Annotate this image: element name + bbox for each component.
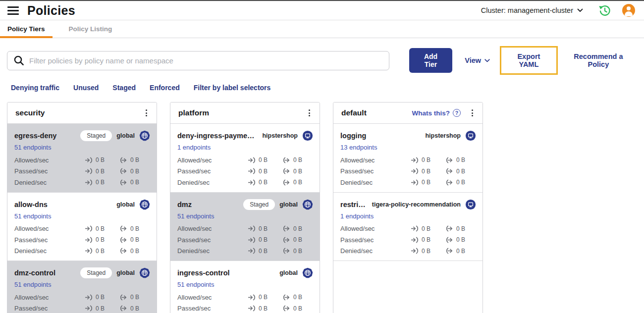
arrow-out-of-bracket-icon <box>282 294 291 301</box>
staged-badge: Staged <box>243 199 275 210</box>
policy-card[interactable]: dmz Staged global 51 endpoints Allowed/s… <box>170 193 320 261</box>
view-button-label: View <box>465 56 481 64</box>
metric-egress-value: 0 B <box>456 236 465 243</box>
policy-name: logging <box>340 132 421 140</box>
metrics: Allowed/sec 0 B 0 B Passed/sec <box>14 223 150 257</box>
metric-egress: 0 B <box>282 179 313 186</box>
metric-row: Allowed/sec 0 B 0 B <box>14 292 150 303</box>
metric-egress-value: 0 B <box>456 248 465 255</box>
metric-egress-value: 0 B <box>130 168 139 175</box>
kebab-menu-icon[interactable] <box>141 107 152 118</box>
arrow-into-bracket-icon <box>85 157 93 163</box>
metric-label: Denied/sec <box>14 179 85 186</box>
arrow-out-of-bracket-icon <box>119 157 128 163</box>
tier-name: security <box>15 108 141 117</box>
endpoints-link[interactable]: 51 endpoints <box>177 212 214 220</box>
endpoints-link[interactable]: 51 endpoints <box>177 281 214 288</box>
endpoints-link[interactable]: 13 endpoints <box>340 144 377 151</box>
metric-row: Allowed/sec 0 B 0 B <box>14 223 150 235</box>
policy-card[interactable]: restricted tigera-policy-recommendation … <box>333 193 483 261</box>
metric-label: Denied/sec <box>177 179 248 186</box>
metric-egress-value: 0 B <box>293 236 302 243</box>
policy-card[interactable]: egress-deny Staged global 51 endpoints A… <box>7 124 157 193</box>
metric-label: Allowed/sec <box>340 225 411 232</box>
filter-staged[interactable]: Staged <box>112 84 136 92</box>
metric-label: Passed/sec <box>177 236 248 244</box>
history-icon[interactable] <box>598 4 611 17</box>
metric-ingress-value: 0 B <box>422 156 430 163</box>
policy-card[interactable]: allow-dns global 51 endpoints Allowed/se… <box>7 193 157 261</box>
metric-row: Passed/sec 0 B 0 B <box>177 303 313 313</box>
metrics: Allowed/sec 0 B 0 B Passed/sec <box>340 155 476 188</box>
policy-scope: global <box>279 201 298 208</box>
filter-enforced[interactable]: Enforced <box>150 84 180 92</box>
endpoints-link[interactable]: 51 endpoints <box>14 144 51 151</box>
policy-card[interactable]: deny-ingress-paymentservi… hipstershop 1… <box>170 124 320 193</box>
metric-row: Passed/sec 0 B 0 B <box>177 234 313 246</box>
metric-label: Passed/sec <box>14 305 85 312</box>
kebab-menu-icon[interactable] <box>304 107 315 118</box>
staged-badge: Staged <box>80 267 112 278</box>
endpoints-link[interactable]: 1 endpoints <box>340 212 374 220</box>
tab-policy-listing[interactable]: Policy Listing <box>61 20 120 38</box>
metric-egress-value: 0 B <box>456 225 465 232</box>
filter-denying-traffic[interactable]: Denying traffic <box>11 84 59 92</box>
search-input[interactable] <box>29 56 383 65</box>
metric-ingress-value: 0 B <box>259 305 268 312</box>
policy-search <box>7 51 389 70</box>
metric-ingress-value: 0 B <box>96 236 105 243</box>
kebab-menu-icon[interactable] <box>467 107 478 118</box>
policy-scope: tigera-policy-recommendation <box>372 201 461 208</box>
metric-ingress: 0 B <box>248 156 282 163</box>
search-icon <box>13 55 25 66</box>
recommend-policy-button[interactable]: Recommend a Policy <box>564 52 633 68</box>
metric-row: Passed/sec 0 B 0 B <box>177 166 313 177</box>
metric-ingress: 0 B <box>411 179 445 186</box>
arrow-into-bracket-icon <box>248 248 256 254</box>
policy-scope: global <box>116 132 135 139</box>
menu-icon[interactable] <box>7 6 19 15</box>
globe-heptagon-icon <box>139 267 150 278</box>
metric-ingress-value: 0 B <box>96 179 105 186</box>
filter-label-selectors[interactable]: Filter by label selectors <box>194 84 271 92</box>
arrow-out-of-bracket-icon <box>119 248 128 254</box>
metric-ingress-value: 0 B <box>259 236 268 243</box>
arrow-into-bracket-icon <box>411 248 419 254</box>
arrow-into-bracket-icon <box>411 157 419 163</box>
export-yaml-button[interactable]: Export YAML <box>508 52 550 68</box>
add-tier-button[interactable]: Add Tier <box>409 48 453 73</box>
arrow-into-bracket-icon <box>248 305 256 312</box>
metric-row: Denied/sec 0 B 0 B <box>340 177 476 188</box>
cluster-selector[interactable]: Cluster: management-cluster <box>481 6 583 14</box>
policy-name: allow-dns <box>14 201 112 209</box>
chevron-down-icon <box>484 59 490 62</box>
tab-policy-tiers[interactable]: Policy Tiers <box>0 20 53 38</box>
globe-heptagon-icon <box>302 199 313 210</box>
metric-row: Denied/sec 0 B 0 B <box>340 246 476 257</box>
metric-ingress: 0 B <box>411 156 445 163</box>
endpoints-link[interactable]: 51 endpoints <box>14 212 51 220</box>
filter-unused[interactable]: Unused <box>73 84 99 92</box>
arrow-out-of-bracket-icon <box>119 305 128 312</box>
arrow-out-of-bracket-icon <box>445 225 454 232</box>
endpoints-link[interactable]: 51 endpoints <box>14 281 51 288</box>
tier-column: platform deny-ingress-paymentservi… hips… <box>170 102 320 313</box>
policy-card[interactable]: logging hipstershop 13 endpoints Allowed… <box>333 124 483 193</box>
metric-ingress-value: 0 B <box>259 294 268 301</box>
metric-ingress: 0 B <box>411 248 445 255</box>
view-button[interactable]: View <box>465 56 490 64</box>
policy-card[interactable]: dmz-control Staged global 51 endpoints A… <box>7 261 157 313</box>
metric-ingress-value: 0 B <box>259 156 268 163</box>
policy-card-top: allow-dns global <box>14 198 150 211</box>
metric-ingress: 0 B <box>411 225 445 232</box>
endpoints-link[interactable]: 1 endpoints <box>177 144 211 151</box>
metric-ingress-value: 0 B <box>422 248 430 255</box>
metric-egress-value: 0 B <box>293 168 302 175</box>
policy-card[interactable]: ingress-control global 51 endpoints Allo… <box>170 261 320 313</box>
arrow-out-of-bracket-icon <box>119 168 128 174</box>
user-avatar-icon[interactable] <box>622 4 635 17</box>
tier-help-link[interactable]: Whats this? ? <box>412 109 461 117</box>
page-title: Policies <box>27 3 75 18</box>
metric-egress: 0 B <box>282 248 313 255</box>
policy-scope: global <box>279 269 298 276</box>
